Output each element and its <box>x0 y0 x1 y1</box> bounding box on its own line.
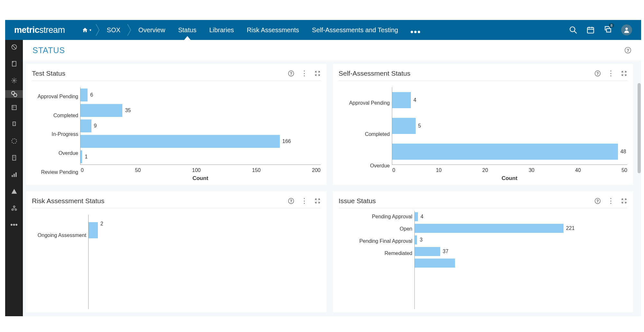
scrollbar-thumb[interactable] <box>638 83 641 173</box>
expand-icon[interactable] <box>621 70 627 77</box>
x-tick: 40 <box>575 167 581 173</box>
nav-libraries[interactable]: Libraries <box>203 20 241 40</box>
expand-icon[interactable] <box>314 70 321 77</box>
user-icon <box>623 26 630 33</box>
expand-icon[interactable] <box>621 198 627 204</box>
bar-value: 166 <box>282 138 291 144</box>
y-label: Pending Approval <box>372 211 412 223</box>
search-icon[interactable] <box>569 26 577 34</box>
bar-value: 4 <box>413 97 416 103</box>
bar-value: 4 <box>421 214 423 220</box>
nav-more-menu[interactable]: ••• <box>404 27 427 37</box>
card-title: Risk Assessment Status <box>32 197 104 205</box>
card-risk-assessment-status: Risk Assessment Status ? ⋮ Ongoing Asses… <box>26 191 327 312</box>
page-title: STATUS <box>33 46 65 55</box>
svg-text:?: ? <box>597 199 599 203</box>
svg-line-10 <box>12 45 16 49</box>
bar-value: 48 <box>620 149 626 155</box>
help-icon[interactable]: ? <box>288 70 294 77</box>
logo-bold: metric <box>14 25 39 35</box>
chart-plot[interactable]: 6 35 9 166 1 <box>80 87 321 165</box>
y-label: In-Progress <box>52 131 78 137</box>
sidebar-reports-icon[interactable] <box>10 104 18 111</box>
left-sidebar: ! ••• <box>5 40 23 316</box>
chevron-right-icon <box>95 24 100 36</box>
sidebar-documents-icon[interactable] <box>10 60 18 68</box>
chevron-down-icon: ▾ <box>90 28 91 32</box>
user-avatar[interactable] <box>621 24 632 35</box>
y-label: Ongoing Assessment <box>38 232 86 238</box>
x-tick: 150 <box>252 167 261 173</box>
bar-value: 37 <box>443 249 449 254</box>
svg-rect-15 <box>12 105 16 109</box>
nav-self-assessments[interactable]: Self-Assessments and Testing <box>306 20 405 40</box>
x-tick: 50 <box>135 167 141 173</box>
nav-overview[interactable]: Overview <box>132 20 172 40</box>
logo-light: stream <box>39 25 65 35</box>
sidebar-warning-icon[interactable] <box>10 187 18 195</box>
main-content: STATUS ? Test Status ? ⋮ <box>23 40 641 316</box>
svg-point-12 <box>13 80 15 81</box>
sidebar-alerts-icon[interactable]: ! <box>10 120 18 128</box>
brand-logo: metricstream <box>14 25 65 35</box>
x-axis-label: Count <box>392 175 628 182</box>
calendar-icon[interactable] <box>586 26 595 34</box>
expand-icon[interactable] <box>314 198 321 204</box>
svg-point-14 <box>14 93 17 97</box>
notification-icon[interactable]: 8 <box>604 25 612 35</box>
nav-status[interactable]: Status <box>172 20 203 40</box>
y-label: Open <box>400 223 412 235</box>
help-icon[interactable]: ? <box>624 47 631 54</box>
svg-text:!: ! <box>14 122 14 125</box>
home-dropdown[interactable]: ▾ <box>78 27 95 33</box>
y-label: Approval Pending <box>349 100 390 106</box>
svg-text:?: ? <box>597 71 599 75</box>
help-icon[interactable]: ? <box>288 198 294 204</box>
y-label: Completed <box>53 113 78 119</box>
help-icon[interactable]: ? <box>594 70 601 77</box>
sidebar-workflow-icon[interactable] <box>10 137 18 145</box>
home-icon <box>82 27 88 33</box>
svg-rect-24 <box>15 172 16 177</box>
sidebar-dashboards-icon[interactable] <box>10 43 18 51</box>
sidebar-files-icon[interactable] <box>10 154 18 162</box>
more-menu-icon[interactable]: ⋮ <box>607 199 614 203</box>
more-menu-icon[interactable]: ⋮ <box>607 71 614 75</box>
help-icon[interactable]: ? <box>594 198 601 204</box>
sidebar-assessments-icon[interactable] <box>5 90 23 98</box>
x-tick: 30 <box>529 167 535 173</box>
svg-text:?: ? <box>290 199 292 203</box>
y-label: Remediated <box>384 248 412 259</box>
bar-value: 35 <box>125 108 131 113</box>
bar-value: 3 <box>420 237 422 243</box>
bar-value: 221 <box>566 225 575 231</box>
sidebar-more-icon[interactable]: ••• <box>10 221 18 229</box>
y-label: Overdue <box>370 163 390 169</box>
more-menu-icon[interactable]: ⋮ <box>301 199 308 203</box>
nav-risk-assessments[interactable]: Risk Assessments <box>241 20 306 40</box>
breadcrumb: ▾ SOX Overview Status Libraries Risk Ass… <box>78 20 427 40</box>
svg-point-25 <box>13 206 15 207</box>
sidebar-analytics-icon[interactable] <box>10 171 18 178</box>
bar-value: 6 <box>90 92 93 98</box>
card-test-status: Test Status ? ⋮ Approval Pending Complet… <box>26 64 327 185</box>
y-label: Overdue <box>59 150 78 156</box>
y-label: Completed <box>365 131 390 137</box>
chart-plot[interactable]: 2 <box>88 215 321 309</box>
x-tick: 0 <box>393 167 395 173</box>
chart-plot[interactable]: 4 5 48 <box>392 87 628 165</box>
y-label: Review Pending <box>41 169 78 175</box>
chevron-right-icon <box>127 24 132 36</box>
breadcrumb-sox[interactable]: SOX <box>100 20 127 40</box>
chart-plot[interactable]: 4 221 3 37 <box>414 211 628 309</box>
card-title: Self-Assessment Status <box>339 70 411 77</box>
y-label: Pending Final Approval <box>359 235 412 247</box>
sidebar-org-icon[interactable] <box>10 204 18 212</box>
svg-rect-2 <box>587 27 594 33</box>
svg-point-0 <box>570 27 575 32</box>
x-tick: 0 <box>81 167 84 173</box>
x-tick: 20 <box>482 167 488 173</box>
sidebar-settings-icon[interactable] <box>10 77 18 84</box>
more-menu-icon[interactable]: ⋮ <box>301 71 308 75</box>
bar-value: 1 <box>85 154 88 160</box>
